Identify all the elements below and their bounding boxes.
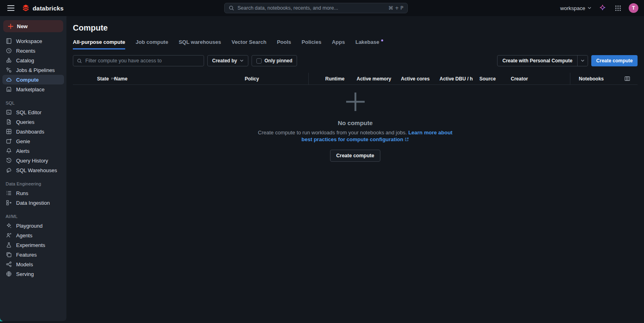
genie-icon — [6, 138, 12, 144]
column-header-active-memory[interactable]: Active memory — [357, 73, 401, 84]
catalog-icon — [6, 57, 12, 64]
sql-editor-icon — [6, 109, 12, 115]
compute-table-header: State Name Policy Runtime Active memory … — [73, 73, 638, 85]
sidebar-item-sql-warehouses[interactable]: SQL Warehouses — [2, 165, 64, 175]
tab-sql-warehouses[interactable]: SQL warehouses — [179, 39, 221, 49]
sidebar-item-label: Recents — [16, 48, 35, 54]
sidebar-item-label: Compute — [16, 77, 39, 83]
sidebar-item-alerts[interactable]: Alerts — [2, 146, 64, 156]
sidebar-item-data-ingestion[interactable]: Data Ingestion — [2, 198, 64, 208]
sidebar-item-label: Genie — [16, 138, 30, 144]
tab-job-compute[interactable]: Job compute — [136, 39, 168, 49]
page-title: Compute — [73, 23, 638, 33]
only-pinned-checkbox[interactable] — [256, 58, 262, 64]
sidebar-item-runs[interactable]: Runs — [2, 188, 64, 198]
create-personal-compute-split-button: Create with Personal Compute — [497, 55, 588, 66]
sidebar-group-data-engineering: Data Engineering Runs Data Ingestion — [0, 177, 66, 208]
hamburger-menu-icon[interactable] — [6, 4, 16, 12]
search-shortcut-hint: ⌘ + P — [388, 5, 403, 11]
sidebar-item-label: Runs — [16, 190, 28, 196]
tab-bar: All-purpose compute Job compute SQL ware… — [73, 39, 638, 49]
column-settings-icon[interactable] — [623, 75, 631, 82]
column-header-runtime[interactable]: Runtime — [308, 73, 357, 84]
dashboard-icon — [6, 128, 12, 135]
tab-lakebase[interactable]: Lakebase — [355, 39, 383, 49]
sidebar-item-marketplace[interactable]: Marketplace — [2, 84, 64, 94]
created-by-dropdown[interactable]: Created by — [207, 55, 248, 66]
filter-compute-text[interactable] — [85, 58, 200, 64]
history-icon — [6, 157, 12, 164]
app-body: New Workspace Recents Catalog Jobs & Pip… — [0, 16, 644, 321]
create-personal-compute-button[interactable]: Create with Personal Compute — [497, 56, 577, 66]
new-button[interactable]: New — [3, 20, 63, 32]
sidebar-item-label: Catalog — [16, 58, 34, 64]
sidebar-item-label: SQL Warehouses — [16, 167, 57, 173]
column-header-creator[interactable]: Creator — [511, 73, 570, 84]
databricks-logo[interactable]: databricks — [22, 4, 64, 12]
sidebar-item-experiments[interactable]: Experiments — [2, 240, 64, 250]
sidebar-item-serving[interactable]: Serving — [2, 269, 64, 279]
sidebar-item-agents[interactable]: Agents — [2, 230, 64, 240]
column-header-source[interactable]: Source — [479, 73, 511, 84]
sidebar-item-label: Data Ingestion — [16, 200, 50, 206]
tab-policies[interactable]: Policies — [301, 39, 321, 49]
sidebar-item-compute[interactable]: Compute — [2, 75, 64, 84]
column-header-active-cores[interactable]: Active cores — [401, 73, 440, 84]
user-avatar[interactable]: T — [629, 3, 638, 13]
sidebar-item-playground[interactable]: Playground — [2, 221, 64, 230]
big-plus-icon — [345, 91, 366, 112]
sidebar-item-workspace[interactable]: Workspace — [2, 36, 64, 46]
sidebar-group-ai-ml: AI/ML Playground Agents Experiments Feat… — [0, 209, 66, 279]
only-pinned-toggle[interactable]: Only pinned — [252, 55, 297, 66]
chevron-down-icon — [581, 60, 584, 62]
models-graph-icon — [6, 261, 12, 267]
sidebar-item-query-history[interactable]: Query History — [2, 156, 64, 165]
sidebar-item-models[interactable]: Models — [2, 259, 64, 269]
external-link-icon — [405, 137, 409, 142]
column-header-name[interactable]: Name — [114, 73, 245, 84]
workspace-label: workspace — [560, 5, 585, 11]
sidebar-group-sql: SQL SQL Editor Queries Dashboards Genie … — [0, 96, 66, 175]
main-content: Compute All-purpose compute Job compute … — [66, 16, 644, 321]
plus-icon — [8, 24, 13, 29]
column-header-notebooks[interactable]: Notebooks — [570, 73, 623, 84]
app-switcher-grid-icon[interactable] — [614, 4, 622, 12]
column-header-policy[interactable]: Policy — [245, 73, 308, 84]
sidebar: New Workspace Recents Catalog Jobs & Pip… — [0, 16, 66, 321]
sidebar-item-label: Agents — [16, 232, 32, 239]
tab-vector-search[interactable]: Vector Search — [231, 39, 266, 49]
workspace-switcher[interactable]: workspace — [560, 5, 591, 11]
sidebar-item-recents[interactable]: Recents — [2, 46, 64, 56]
chevron-down-icon — [240, 60, 244, 62]
runs-list-icon — [6, 190, 12, 196]
warehouse-cloud-icon — [6, 167, 12, 173]
sparkle-icon — [6, 222, 12, 229]
sidebar-item-dashboards[interactable]: Dashboards — [2, 127, 64, 136]
sidebar-item-queries[interactable]: Queries — [2, 117, 64, 127]
filter-compute-input[interactable] — [73, 55, 204, 66]
query-file-icon — [6, 119, 12, 125]
agent-person-icon — [6, 232, 12, 239]
assistant-sparkle-icon[interactable] — [598, 3, 607, 13]
empty-create-compute-button[interactable]: Create compute — [330, 150, 380, 162]
global-search-input[interactable] — [237, 5, 385, 11]
tab-all-purpose-compute[interactable]: All-purpose compute — [73, 39, 125, 49]
toolbar-right: Create with Personal Compute Create comp… — [497, 55, 638, 66]
tab-apps[interactable]: Apps — [332, 39, 345, 49]
column-header-active-dbu[interactable]: Active DBU / h — [440, 73, 479, 84]
create-compute-button[interactable]: Create compute — [591, 55, 638, 66]
global-search[interactable]: ⌘ + P — [224, 3, 408, 13]
sidebar-item-label: Features — [16, 252, 37, 258]
sidebar-item-features[interactable]: Features — [2, 250, 64, 259]
sidebar-section-header: AI/ML — [0, 209, 66, 221]
sidebar-item-label: Marketplace — [16, 86, 45, 93]
sidebar-item-sql-editor[interactable]: SQL Editor — [2, 107, 64, 117]
sidebar-item-genie[interactable]: Genie — [2, 136, 64, 146]
search-icon — [77, 58, 82, 64]
sidebar-section-header: SQL — [0, 96, 66, 107]
column-header-state[interactable]: State — [97, 73, 114, 84]
sidebar-item-jobs-pipelines[interactable]: Jobs & Pipelines — [2, 65, 64, 75]
create-personal-compute-caret[interactable] — [577, 56, 588, 66]
sidebar-item-catalog[interactable]: Catalog — [2, 56, 64, 65]
tab-pools[interactable]: Pools — [277, 39, 291, 49]
